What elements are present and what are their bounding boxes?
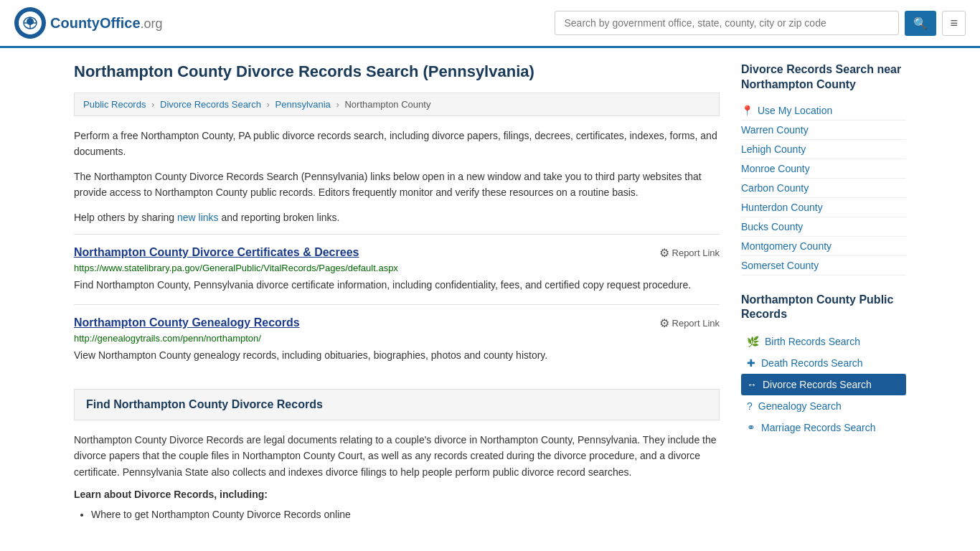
description-3-prefix: Help others by sharing [74,212,177,223]
link-card-1-title[interactable]: Northampton County Genealogy Records [74,316,300,329]
sidebar-genealogy-search[interactable]: ? Genealogy Search [741,395,906,417]
find-section-heading: Find Northampton County Divorce Records [86,398,707,411]
menu-button[interactable]: ≡ [942,11,966,36]
sidebar-lehigh-county[interactable]: Lehigh County [741,140,906,159]
use-location-link[interactable]: Use My Location [758,105,832,116]
breadcrumb-sep-3: › [336,99,339,110]
link-card-0: Northampton County Divorce Certificates … [74,234,720,304]
page-title: Northampton County Divorce Records Searc… [74,62,720,81]
marriage-icon: ⚭ [747,422,755,433]
link-card-1-desc: View Northampton County genealogy record… [74,348,720,363]
find-section-body: Northampton County Divorce Records are l… [74,432,720,480]
sidebar-nearby-section: Divorce Records Search near Northampton … [741,62,906,276]
sidebar-public-records-section: Northampton County Public Records 🌿 Birt… [741,293,906,439]
use-location-item[interactable]: 📍 Use My Location [741,101,906,121]
sidebar-public-records-title: Northampton County Public Records [741,293,906,323]
breadcrumb-current: Northampton County [344,99,430,110]
carbon-county-link[interactable]: Carbon County [741,182,809,194]
sidebar-death-records[interactable]: ✚ Death Records Search [741,352,906,374]
breadcrumb-sep-1: › [151,99,154,110]
report-link-1[interactable]: ⚙ Report Link [659,316,720,330]
monroe-county-link[interactable]: Monroe County [741,163,810,174]
divorce-records-link[interactable]: Divorce Records Search [763,379,872,390]
sidebar-bucks-county[interactable]: Bucks County [741,217,906,237]
breadcrumb-public-records[interactable]: Public Records [83,99,146,110]
report-icon-1: ⚙ [659,316,669,330]
montgomery-county-link[interactable]: Montgomery County [741,240,831,252]
search-input[interactable] [555,11,899,35]
sidebar: Divorce Records Search near Northampton … [741,62,906,524]
search-button[interactable]: 🔍 [905,11,936,36]
report-icon-0: ⚙ [659,246,669,260]
logo-icon [14,7,46,39]
sidebar-carbon-county[interactable]: Carbon County [741,179,906,198]
lehigh-county-link[interactable]: Lehigh County [741,143,806,155]
link-card-1-url[interactable]: http://genealogytrails.com/penn/northamp… [74,333,720,344]
content-area: Northampton County Divorce Records Searc… [74,62,720,524]
sidebar-divorce-records[interactable]: ↔ Divorce Records Search [741,374,906,395]
logo-text: CountyOffice.org [50,15,163,32]
genealogy-icon: ? [747,400,753,412]
logo-area: CountyOffice.org [14,7,163,39]
birth-records-link[interactable]: Birth Records Search [765,336,860,347]
main-container: Northampton County Divorce Records Searc… [60,48,920,538]
breadcrumb: Public Records › Divorce Records Search … [74,93,720,116]
hunterdon-county-link[interactable]: Hunterdon County [741,202,823,213]
link-card-1-header: Northampton County Genealogy Records ⚙ R… [74,316,720,330]
link-card-0-desc: Find Northampton County, Pennsylvania di… [74,278,720,293]
divorce-icon: ↔ [747,379,757,390]
sidebar-monroe-county[interactable]: Monroe County [741,159,906,179]
new-links-link[interactable]: new links [177,212,219,223]
link-card-0-header: Northampton County Divorce Certificates … [74,246,720,260]
location-pin-icon: 📍 [741,105,753,116]
description-3: Help others by sharing new links and rep… [74,209,720,225]
somerset-county-link[interactable]: Somerset County [741,260,819,271]
description-section: Perform a free Northampton County, PA pu… [74,128,720,225]
breadcrumb-sep-2: › [267,99,270,110]
sidebar-hunterdon-county[interactable]: Hunterdon County [741,198,906,217]
link-cards: Northampton County Divorce Certificates … [74,234,720,375]
link-card-1: Northampton County Genealogy Records ⚙ R… [74,304,720,375]
link-card-0-title[interactable]: Northampton County Divorce Certificates … [74,246,359,259]
breadcrumb-divorce-records-search[interactable]: Divorce Records Search [160,99,261,110]
sidebar-nearby-title: Divorce Records Search near Northampton … [741,62,906,93]
warren-county-link[interactable]: Warren County [741,124,809,136]
death-records-link[interactable]: Death Records Search [761,357,863,369]
sidebar-montgomery-county[interactable]: Montgomery County [741,237,906,256]
link-card-0-url[interactable]: https://www.statelibrary.pa.gov/GeneralP… [74,263,720,273]
learn-heading: Learn about Divorce Records, including: [74,489,720,500]
marriage-records-link[interactable]: Marriage Records Search [761,422,876,433]
description-1: Perform a free Northampton County, PA pu… [74,128,720,160]
find-section: Find Northampton County Divorce Records [74,389,720,420]
sidebar-somerset-county[interactable]: Somerset County [741,256,906,276]
description-2: The Northampton County Divorce Records S… [74,169,720,201]
bucks-county-link[interactable]: Bucks County [741,221,803,232]
learn-list: Where to get Northampton County Divorce … [74,506,720,524]
birth-icon: 🌿 [747,336,759,347]
breadcrumb-pennsylvania[interactable]: Pennsylvania [275,99,331,110]
report-link-0[interactable]: ⚙ Report Link [659,246,720,260]
description-3-suffix: and reporting broken links. [219,212,340,223]
genealogy-search-link[interactable]: Genealogy Search [758,400,842,412]
sidebar-warren-county[interactable]: Warren County [741,121,906,140]
sidebar-birth-records[interactable]: 🌿 Birth Records Search [741,331,906,352]
sidebar-marriage-records[interactable]: ⚭ Marriage Records Search [741,417,906,438]
site-header: CountyOffice.org 🔍 ≡ [0,0,980,48]
death-icon: ✚ [747,357,755,369]
search-area: 🔍 ≡ [555,11,966,36]
learn-item-0: Where to get Northampton County Divorce … [91,506,720,524]
